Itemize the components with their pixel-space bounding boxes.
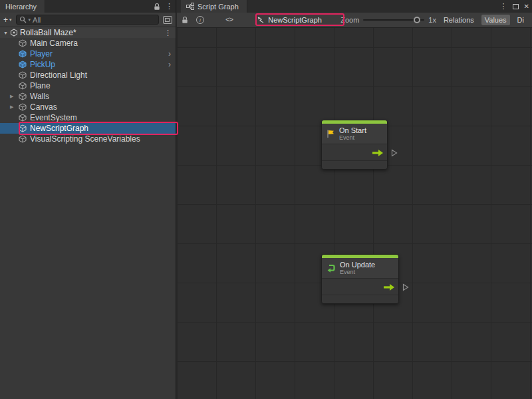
node-on-start[interactable]: On Start Event <box>321 120 388 170</box>
dim-button[interactable]: Di <box>514 15 527 25</box>
item-label: EventSystem <box>30 113 77 122</box>
lock-icon[interactable] <box>154 3 160 11</box>
search-window-icon[interactable] <box>163 16 172 24</box>
gameobject-cube-icon <box>19 124 27 132</box>
graph-canvas[interactable]: On Start Event <box>177 28 532 399</box>
hierarchy-item-eventsystem[interactable]: EventSystem <box>0 112 176 123</box>
graph-tabstrip: Script Graph ⋮ ✕ <box>177 0 532 13</box>
node-title: On Start <box>339 126 366 134</box>
gameobject-cube-icon <box>19 71 27 79</box>
hierarchy-item-main-camera[interactable]: Main Camera <box>0 38 176 49</box>
gameobject-cube-icon <box>19 114 27 122</box>
script-graph-panel: Script Graph ⋮ ✕ i <> NewScriptGraph Zoo… <box>177 0 532 399</box>
scene-row[interactable]: ▼ RollaBall Maze* ⋮ <box>0 27 176 38</box>
item-label: Canvas <box>30 102 57 112</box>
flag-icon <box>326 129 335 138</box>
output-port-arrow-icon[interactable] <box>384 284 394 291</box>
graph-icon <box>186 3 194 10</box>
graph-tab-label: Script Graph <box>198 3 239 11</box>
zoom-slider-thumb[interactable] <box>414 17 420 23</box>
gameobject-cube-icon <box>19 103 27 111</box>
node-header[interactable]: On Update Event <box>322 258 398 279</box>
item-label: PickUp <box>30 60 55 69</box>
hierarchy-tab-label: Hierarchy <box>5 3 37 11</box>
prefab-open-chevron-icon[interactable]: › <box>168 60 171 69</box>
hierarchy-item-pickup[interactable]: PickUp › <box>0 59 176 70</box>
unity-scene-icon <box>10 29 18 37</box>
node-port-row <box>322 144 387 161</box>
hierarchy-tabstrip: Hierarchy ⋮ <box>0 0 176 13</box>
node-on-update[interactable]: On Update Event <box>321 254 399 304</box>
graph-asset-name: NewScriptGraph <box>268 16 322 24</box>
tab-hierarchy[interactable]: Hierarchy <box>0 0 45 13</box>
output-port-arrow-icon[interactable] <box>372 150 383 156</box>
item-label: Player <box>30 49 53 59</box>
foldout-icon[interactable]: ▶ <box>10 94 13 99</box>
item-label: VisualScripting SceneVariables <box>30 134 140 144</box>
window-menu-icon[interactable]: ⋮ <box>500 3 507 10</box>
search-placeholder: All <box>33 16 41 24</box>
search-filter-caret-icon: ▾ <box>29 17 31 23</box>
hierarchy-item-player[interactable]: Player › <box>0 49 176 59</box>
zoom-slider[interactable] <box>363 19 424 21</box>
node-subtitle: Event <box>340 269 375 275</box>
search-icon <box>19 16 27 23</box>
node-title: On Update <box>340 261 375 269</box>
script-graph-asset-icon <box>257 16 265 24</box>
gameobject-cube-icon <box>19 135 27 143</box>
prefab-cube-icon <box>19 50 27 58</box>
hierarchy-item-newscriptgraph[interactable]: NewScriptGraph <box>0 123 176 134</box>
relations-button[interactable]: Relations <box>440 15 477 25</box>
hierarchy-item-canvas[interactable]: ▶ Canvas <box>0 102 176 112</box>
hierarchy-menu-icon[interactable]: ⋮ <box>166 3 173 10</box>
info-icon[interactable]: i <box>196 16 204 24</box>
graph-asset-button[interactable]: NewScriptGraph <box>257 16 322 24</box>
gameobject-cube-icon <box>19 92 27 100</box>
hierarchy-toolbar: +▾ ▾ All <box>0 13 176 27</box>
search-input[interactable]: ▾ All <box>16 15 159 25</box>
code-preview-icon[interactable]: <> <box>225 16 233 24</box>
item-label: Main Camera <box>30 39 78 48</box>
scene-menu-icon[interactable]: ⋮ <box>164 29 172 37</box>
gameobject-cube-icon <box>19 39 27 47</box>
tab-script-graph[interactable]: Script Graph <box>181 0 247 13</box>
scene-foldout-icon[interactable]: ▼ <box>3 31 8 35</box>
foldout-icon[interactable]: ▶ <box>10 104 13 110</box>
connection-target-icon[interactable] <box>391 149 398 157</box>
node-footer <box>322 161 387 169</box>
hierarchy-panel: Hierarchy ⋮ +▾ ▾ All ▼ <box>0 0 176 399</box>
zoom-value: 1x <box>428 16 436 24</box>
item-label: Walls <box>30 92 49 101</box>
hierarchy-item-walls[interactable]: ▶ Walls <box>0 91 176 102</box>
zoom-label: Zoom <box>340 16 359 24</box>
hierarchy-item-plane[interactable]: Plane <box>0 80 176 91</box>
add-object-button[interactable]: +▾ <box>3 15 12 25</box>
gameobject-cube-icon <box>19 82 27 90</box>
hierarchy-tree: ▼ RollaBall Maze* ⋮ Main Camera Player ›… <box>0 27 176 399</box>
values-button[interactable]: Values <box>481 15 510 25</box>
hierarchy-item-directional-light[interactable]: Directional Light <box>0 70 176 80</box>
maximize-icon[interactable] <box>513 4 519 9</box>
node-footer <box>322 295 398 303</box>
item-label: Directional Light <box>30 70 87 80</box>
prefab-open-chevron-icon[interactable]: › <box>168 49 171 59</box>
close-icon[interactable]: ✕ <box>524 3 529 10</box>
item-label: NewScriptGraph <box>30 124 88 133</box>
hierarchy-item-visualscripting-scenevariables[interactable]: VisualScripting SceneVariables <box>0 134 176 144</box>
chevron-down-icon: ▾ <box>9 17 12 23</box>
unity-editor: Hierarchy ⋮ +▾ ▾ All ▼ <box>0 0 532 399</box>
plus-icon: + <box>3 15 8 25</box>
node-header[interactable]: On Start Event <box>322 124 387 144</box>
connection-target-icon[interactable] <box>402 283 409 291</box>
item-label: Plane <box>30 81 51 90</box>
scene-name: RollaBall Maze* <box>20 28 76 37</box>
graph-toolbar: i <> NewScriptGraph Zoom 1x Relations Va… <box>177 13 532 28</box>
node-port-row <box>322 279 398 295</box>
lock-icon[interactable] <box>182 16 188 24</box>
loop-icon <box>326 263 336 273</box>
prefab-cube-icon <box>19 61 27 68</box>
node-subtitle: Event <box>339 134 366 141</box>
